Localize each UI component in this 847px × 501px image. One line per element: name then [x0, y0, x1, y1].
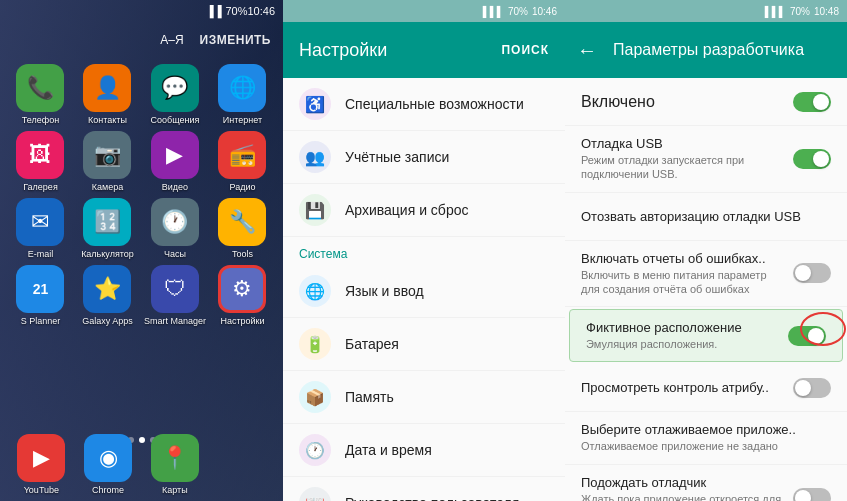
search-button[interactable]: ПОИСК — [501, 43, 549, 57]
time-display: 10:48 — [814, 6, 839, 17]
splanner-icon: 21 — [16, 265, 64, 313]
app-label: Камера — [92, 182, 123, 192]
email-icon: ✉ — [16, 198, 64, 246]
developer-check-attrib[interactable]: Просмотреть контроль атрибу.. — [565, 364, 847, 412]
settings-item-battery[interactable]: 🔋 Батарея — [283, 318, 565, 371]
enabled-toggle[interactable] — [793, 92, 831, 112]
developer-mock-location[interactable]: Фиктивное расположение Эмуляция располож… — [569, 309, 843, 362]
app-label: Радио — [229, 182, 255, 192]
app-clock[interactable]: 🕐 Часы — [144, 198, 206, 259]
toggle-thumb — [808, 328, 824, 344]
backup-icon: 💾 — [299, 194, 331, 226]
wait-debugger-desc: Ждать пока приложение откроется для подк… — [581, 492, 785, 501]
bug-reports-desc: Включить в меню питания параметр для соз… — [581, 268, 785, 297]
messages-icon: 💬 — [151, 64, 199, 112]
app-label: Smart Manager — [144, 316, 206, 326]
developer-wait-debugger[interactable]: Подождать отладчик Ждать пока приложение… — [565, 465, 847, 501]
app-contacts[interactable]: 👤 Контакты — [77, 64, 138, 125]
galaxyapps-icon: ⭐ — [83, 265, 131, 313]
settings-item-accounts[interactable]: 👥 Учётные записи — [283, 131, 565, 184]
usb-debug-desc: Режим отладки запускается при подключени… — [581, 153, 785, 182]
az-label: А–Я — [160, 33, 183, 47]
battery-percent: 70% — [508, 6, 528, 17]
item-label: Руководство пользователя — [345, 495, 519, 501]
apps-grid: 📞 Телефон 👤 Контакты 💬 Сообщения 🌐 Интер… — [0, 60, 283, 330]
battery-icon: 🔋 — [299, 328, 331, 360]
item-label: Архивация и сброс — [345, 202, 468, 218]
settings-item-datetime[interactable]: 🕐 Дата и время — [283, 424, 565, 477]
signal-icon: ▌▌▌ — [483, 6, 504, 17]
app-messages[interactable]: 💬 Сообщения — [144, 64, 206, 125]
back-button[interactable]: ← — [577, 39, 597, 62]
app-maps[interactable]: 📍 Карты — [144, 434, 207, 495]
developer-debug-app[interactable]: Выберите отлаживаемое приложе.. Отлажива… — [565, 412, 847, 464]
developer-enabled-row[interactable]: Включено — [565, 78, 847, 126]
home-top-bar: А–Я ИЗМЕНИТЬ — [0, 22, 283, 58]
smartmanager-icon: 🛡 — [151, 265, 199, 313]
developer-usb-debug[interactable]: Отладка USB Режим отладки запускается пр… — [565, 126, 847, 193]
app-internet[interactable]: 🌐 Интернет — [212, 64, 273, 125]
wait-debugger-toggle[interactable] — [793, 488, 831, 501]
tools-icon: 🔧 — [218, 198, 266, 246]
app-youtube[interactable]: ▶ YouTube — [10, 434, 73, 495]
bug-reports-toggle[interactable] — [793, 263, 831, 283]
debug-app-desc: Отлаживаемое приложение не задано — [581, 439, 823, 453]
app-smartmanager[interactable]: 🛡 Smart Manager — [144, 265, 206, 326]
toggle-thumb — [795, 380, 811, 396]
developer-bug-reports[interactable]: Включать отчеты об ошибках.. Включить в … — [565, 241, 847, 308]
home-status-bar: ▌▌ 70% 10:46 — [0, 0, 283, 22]
settings-screen: ▌▌▌ 70% 10:46 Настройки ПОИСК ♿ Специаль… — [283, 0, 565, 501]
toggle-thumb — [795, 265, 811, 281]
change-button[interactable]: ИЗМЕНИТЬ — [200, 33, 271, 47]
check-attrib-toggle[interactable] — [793, 378, 831, 398]
app-galaxyapps[interactable]: ⭐ Galaxy Apps — [77, 265, 138, 326]
usb-debug-toggle[interactable] — [793, 149, 831, 169]
revoke-usb-text: Отозвать авторизацию отладки USB — [581, 209, 831, 224]
accessibility-icon: ♿ — [299, 88, 331, 120]
bug-reports-text: Включать отчеты об ошибках.. Включить в … — [581, 251, 793, 297]
settings-item-language[interactable]: 🌐 Язык и ввод — [283, 265, 565, 318]
accounts-icon: 👥 — [299, 141, 331, 173]
app-gallery[interactable]: 🖼 Галерея — [10, 131, 71, 192]
mock-location-toggle[interactable] — [788, 326, 826, 346]
settings-item-accessibility[interactable]: ♿ Специальные возможности — [283, 78, 565, 131]
youtube-icon: ▶ — [17, 434, 65, 482]
developer-revoke-usb[interactable]: Отозвать авторизацию отладки USB — [565, 193, 847, 241]
app-email[interactable]: ✉ E-mail — [10, 198, 71, 259]
item-label: Учётные записи — [345, 149, 449, 165]
home-screen: ▌▌ 70% 10:46 А–Я ИЗМЕНИТЬ 📞 Телефон 👤 Ко… — [0, 0, 283, 501]
mock-location-desc: Эмуляция расположения. — [586, 337, 780, 351]
app-settings[interactable]: ⚙ Настройки — [212, 265, 273, 326]
app-chrome[interactable]: ◉ Chrome — [77, 434, 140, 495]
app-label: Калькулятор — [81, 249, 134, 259]
app-label: YouTube — [24, 485, 59, 495]
app-label: Сообщения — [151, 115, 200, 125]
wait-debugger-title: Подождать отладчик — [581, 475, 785, 490]
debug-app-title: Выберите отлаживаемое приложе.. — [581, 422, 823, 437]
settings-item-backup[interactable]: 💾 Архивация и сброс — [283, 184, 565, 237]
app-phone[interactable]: 📞 Телефон — [10, 64, 71, 125]
app-label: Телефон — [22, 115, 59, 125]
manual-icon: 📖 — [299, 487, 331, 501]
settings-item-manual[interactable]: 📖 Руководство пользователя — [283, 477, 565, 501]
settings-header: Настройки ПОИСК — [283, 22, 565, 78]
dock-apps: ▶ YouTube ◉ Chrome 📍 Карты — [0, 434, 283, 495]
battery-text: 70% — [225, 5, 247, 17]
item-label: Дата и время — [345, 442, 432, 458]
mock-location-title: Фиктивное расположение — [586, 320, 780, 335]
chrome-label: Chrome — [92, 485, 124, 495]
developer-header: ← Параметры разработчика — [565, 22, 847, 78]
clock-icon: 🕐 — [151, 198, 199, 246]
settings-item-storage[interactable]: 📦 Память — [283, 371, 565, 424]
app-radio[interactable]: 📻 Радио — [212, 131, 273, 192]
app-calculator[interactable]: 🔢 Калькулятор — [77, 198, 138, 259]
debug-app-text: Выберите отлаживаемое приложе.. Отлажива… — [581, 422, 831, 453]
settings-icon: ⚙ — [218, 265, 266, 313]
app-camera[interactable]: 📷 Камера — [77, 131, 138, 192]
app-splanner[interactable]: 21 S Planner — [10, 265, 71, 326]
app-label: Galaxy Apps — [82, 316, 133, 326]
app-video[interactable]: ▶ Видео — [144, 131, 206, 192]
app-tools[interactable]: 🔧 Tools — [212, 198, 273, 259]
item-label: Память — [345, 389, 394, 405]
app-label: Галерея — [23, 182, 58, 192]
